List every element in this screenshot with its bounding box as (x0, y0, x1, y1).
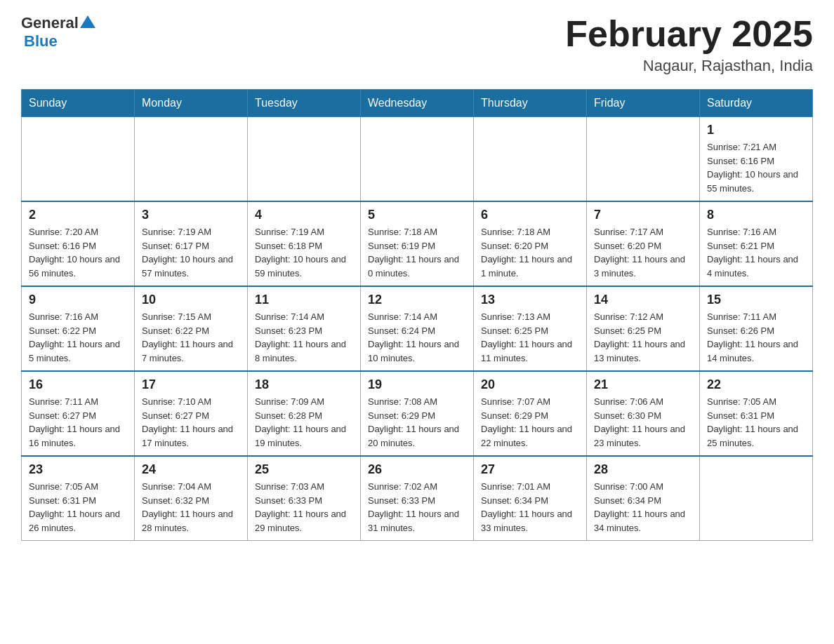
logo-triangle-icon (80, 14, 95, 29)
table-row: 17Sunrise: 7:10 AM Sunset: 6:27 PM Dayli… (135, 371, 248, 456)
day-info: Sunrise: 7:18 AM Sunset: 6:20 PM Dayligh… (481, 225, 579, 280)
table-row: 1Sunrise: 7:21 AM Sunset: 6:16 PM Daylig… (700, 117, 813, 202)
table-row: 23Sunrise: 7:05 AM Sunset: 6:31 PM Dayli… (22, 456, 135, 541)
table-row: 3Sunrise: 7:19 AM Sunset: 6:17 PM Daylig… (135, 201, 248, 286)
day-info: Sunrise: 7:09 AM Sunset: 6:28 PM Dayligh… (255, 395, 353, 450)
header-sunday: Sunday (22, 90, 135, 117)
table-row: 28Sunrise: 7:00 AM Sunset: 6:34 PM Dayli… (587, 456, 700, 541)
day-number: 20 (481, 377, 579, 392)
table-row (587, 117, 700, 202)
table-row: 9Sunrise: 7:16 AM Sunset: 6:22 PM Daylig… (22, 286, 135, 371)
day-number: 6 (481, 208, 579, 222)
location-subtitle: Nagaur, Rajasthan, India (565, 57, 813, 75)
table-row (135, 117, 248, 202)
header-wednesday: Wednesday (361, 90, 474, 117)
day-number: 14 (594, 293, 692, 307)
logo-blue-text: Blue (24, 32, 58, 50)
table-row: 24Sunrise: 7:04 AM Sunset: 6:32 PM Dayli… (135, 456, 248, 541)
day-number: 19 (368, 377, 466, 392)
month-title: February 2025 (565, 14, 813, 54)
day-info: Sunrise: 7:14 AM Sunset: 6:24 PM Dayligh… (368, 310, 466, 365)
table-row: 11Sunrise: 7:14 AM Sunset: 6:23 PM Dayli… (248, 286, 361, 371)
calendar-week-row: 16Sunrise: 7:11 AM Sunset: 6:27 PM Dayli… (22, 371, 813, 456)
header-friday: Friday (587, 90, 700, 117)
day-number: 26 (368, 462, 466, 477)
day-number: 11 (255, 293, 353, 307)
day-number: 15 (707, 293, 805, 307)
day-number: 17 (142, 377, 240, 392)
day-number: 7 (594, 208, 692, 222)
day-number: 10 (142, 293, 240, 307)
table-row: 2Sunrise: 7:20 AM Sunset: 6:16 PM Daylig… (22, 201, 135, 286)
table-row (361, 117, 474, 202)
calendar-week-row: 9Sunrise: 7:16 AM Sunset: 6:22 PM Daylig… (22, 286, 813, 371)
day-info: Sunrise: 7:16 AM Sunset: 6:22 PM Dayligh… (29, 310, 127, 365)
table-row: 19Sunrise: 7:08 AM Sunset: 6:29 PM Dayli… (361, 371, 474, 456)
day-number: 2 (29, 208, 127, 222)
day-info: Sunrise: 7:12 AM Sunset: 6:25 PM Dayligh… (594, 310, 692, 365)
day-info: Sunrise: 7:16 AM Sunset: 6:21 PM Dayligh… (707, 225, 805, 280)
table-row: 18Sunrise: 7:09 AM Sunset: 6:28 PM Dayli… (248, 371, 361, 456)
day-info: Sunrise: 7:15 AM Sunset: 6:22 PM Dayligh… (142, 310, 240, 365)
day-info: Sunrise: 7:19 AM Sunset: 6:18 PM Dayligh… (255, 225, 353, 280)
table-row: 5Sunrise: 7:18 AM Sunset: 6:19 PM Daylig… (361, 201, 474, 286)
title-area: February 2025 Nagaur, Rajasthan, India (565, 14, 813, 75)
day-number: 24 (142, 462, 240, 477)
day-number: 22 (707, 377, 805, 392)
logo-general-text: General (21, 14, 79, 32)
day-number: 8 (707, 208, 805, 222)
calendar-header-row: Sunday Monday Tuesday Wednesday Thursday… (22, 90, 813, 117)
header-saturday: Saturday (700, 90, 813, 117)
table-row: 22Sunrise: 7:05 AM Sunset: 6:31 PM Dayli… (700, 371, 813, 456)
table-row: 20Sunrise: 7:07 AM Sunset: 6:29 PM Dayli… (474, 371, 587, 456)
table-row: 14Sunrise: 7:12 AM Sunset: 6:25 PM Dayli… (587, 286, 700, 371)
calendar-week-row: 23Sunrise: 7:05 AM Sunset: 6:31 PM Dayli… (22, 456, 813, 541)
table-row: 12Sunrise: 7:14 AM Sunset: 6:24 PM Dayli… (361, 286, 474, 371)
svg-marker-0 (80, 15, 95, 28)
day-number: 16 (29, 377, 127, 392)
day-info: Sunrise: 7:00 AM Sunset: 6:34 PM Dayligh… (594, 480, 692, 535)
table-row: 7Sunrise: 7:17 AM Sunset: 6:20 PM Daylig… (587, 201, 700, 286)
day-number: 13 (481, 293, 579, 307)
day-number: 5 (368, 208, 466, 222)
day-info: Sunrise: 7:14 AM Sunset: 6:23 PM Dayligh… (255, 310, 353, 365)
table-row: 13Sunrise: 7:13 AM Sunset: 6:25 PM Dayli… (474, 286, 587, 371)
day-info: Sunrise: 7:19 AM Sunset: 6:17 PM Dayligh… (142, 225, 240, 280)
table-row: 25Sunrise: 7:03 AM Sunset: 6:33 PM Dayli… (248, 456, 361, 541)
day-info: Sunrise: 7:06 AM Sunset: 6:30 PM Dayligh… (594, 395, 692, 450)
table-row (248, 117, 361, 202)
day-number: 23 (29, 462, 127, 477)
table-row (22, 117, 135, 202)
table-row (474, 117, 587, 202)
table-row: 27Sunrise: 7:01 AM Sunset: 6:34 PM Dayli… (474, 456, 587, 541)
logo: General Blue (21, 14, 95, 51)
day-number: 27 (481, 462, 579, 477)
day-info: Sunrise: 7:07 AM Sunset: 6:29 PM Dayligh… (481, 395, 579, 450)
day-info: Sunrise: 7:13 AM Sunset: 6:25 PM Dayligh… (481, 310, 579, 365)
calendar-week-row: 1Sunrise: 7:21 AM Sunset: 6:16 PM Daylig… (22, 117, 813, 202)
day-number: 28 (594, 462, 692, 477)
day-number: 21 (594, 377, 692, 392)
day-info: Sunrise: 7:03 AM Sunset: 6:33 PM Dayligh… (255, 480, 353, 535)
day-info: Sunrise: 7:05 AM Sunset: 6:31 PM Dayligh… (707, 395, 805, 450)
day-info: Sunrise: 7:10 AM Sunset: 6:27 PM Dayligh… (142, 395, 240, 450)
day-info: Sunrise: 7:20 AM Sunset: 6:16 PM Dayligh… (29, 225, 127, 280)
day-number: 9 (29, 293, 127, 307)
table-row: 4Sunrise: 7:19 AM Sunset: 6:18 PM Daylig… (248, 201, 361, 286)
day-info: Sunrise: 7:08 AM Sunset: 6:29 PM Dayligh… (368, 395, 466, 450)
day-number: 1 (707, 123, 805, 137)
table-row: 26Sunrise: 7:02 AM Sunset: 6:33 PM Dayli… (361, 456, 474, 541)
day-info: Sunrise: 7:01 AM Sunset: 6:34 PM Dayligh… (481, 480, 579, 535)
day-info: Sunrise: 7:05 AM Sunset: 6:31 PM Dayligh… (29, 480, 127, 535)
day-number: 3 (142, 208, 240, 222)
table-row (700, 456, 813, 541)
day-info: Sunrise: 7:18 AM Sunset: 6:19 PM Dayligh… (368, 225, 466, 280)
day-info: Sunrise: 7:21 AM Sunset: 6:16 PM Dayligh… (707, 140, 805, 195)
day-number: 4 (255, 208, 353, 222)
table-row: 21Sunrise: 7:06 AM Sunset: 6:30 PM Dayli… (587, 371, 700, 456)
table-row: 8Sunrise: 7:16 AM Sunset: 6:21 PM Daylig… (700, 201, 813, 286)
day-info: Sunrise: 7:11 AM Sunset: 6:26 PM Dayligh… (707, 310, 805, 365)
day-number: 12 (368, 293, 466, 307)
day-info: Sunrise: 7:11 AM Sunset: 6:27 PM Dayligh… (29, 395, 127, 450)
table-row: 15Sunrise: 7:11 AM Sunset: 6:26 PM Dayli… (700, 286, 813, 371)
